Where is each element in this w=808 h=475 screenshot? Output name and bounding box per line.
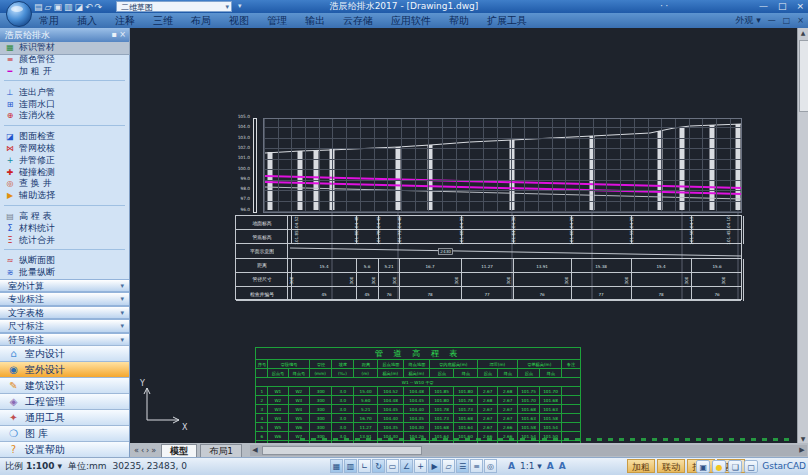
quick-select-icon[interactable]: ▶ <box>428 459 441 473</box>
tab-nav-arrows[interactable]: «‹›» <box>134 446 158 455</box>
palette-tool[interactable]: ◎查 换 井 <box>0 178 129 190</box>
palette-tool[interactable]: ≈纵断面图 <box>0 255 129 267</box>
doc-minimize-button[interactable]: — <box>768 16 776 25</box>
ortho-icon[interactable]: ∟ <box>358 459 371 473</box>
palette-tool[interactable]: ▦标识管材 <box>0 42 129 54</box>
vertical-scrollbar[interactable]: ▲ ▼ <box>797 28 808 443</box>
tool-icon: ◪ <box>4 132 16 141</box>
palette-group-尺寸标注[interactable]: 尺寸标注▾ <box>0 319 129 333</box>
palette-pin-icon[interactable]: ▪ <box>111 30 116 39</box>
scale-dropdown[interactable]: 比例 1:100 ▾ <box>5 458 62 475</box>
palette-group-文字表格[interactable]: 文字表格▾ <box>0 306 129 320</box>
ribbon-tab-管理[interactable]: 管理 <box>258 13 296 28</box>
palette-tool[interactable]: Σ材料统计 <box>0 222 129 234</box>
palette-tool[interactable]: ✚碰撞检测 <box>0 166 129 178</box>
nav-建筑设计[interactable]: ✎建筑设计 <box>0 377 129 393</box>
clean-screen-icon[interactable]: ▢ <box>744 460 758 473</box>
elevation-label: 97.0 <box>233 197 250 201</box>
scroll-left-icon[interactable]: ◀ <box>250 445 260 456</box>
palette-tool[interactable]: ◪图面检查 <box>0 131 129 143</box>
scroll-down-icon[interactable]: ▼ <box>798 435 808 442</box>
nav-工程管理[interactable]: ◈工程管理 <box>0 393 129 409</box>
palette-title: 浩辰给排水 <box>5 30 50 40</box>
titlebar-extra-icons: · · <box>660 0 668 13</box>
palette-tool[interactable]: ≡颜色管径 <box>0 54 129 66</box>
palette-tool[interactable]: ⊕连消火栓 <box>0 110 129 122</box>
polar-icon[interactable]: ↻ <box>372 459 385 473</box>
ribbon-tab-应用软件[interactable]: 应用软件 <box>382 13 440 28</box>
palette-tool[interactable]: ⊞连雨水口 <box>0 98 129 110</box>
palette-tool[interactable]: ▤高 程 表 <box>0 211 129 223</box>
lock-icon[interactable]: ▣ <box>696 460 710 473</box>
tab-model[interactable]: 模型 <box>161 444 197 457</box>
table-tick <box>571 273 572 287</box>
doc-restore-button[interactable]: □ <box>783 16 791 25</box>
pipe-table-row: 起点号终点号(mm)(‰)(m)标高(m)标高(m)起点终点起点终点起点终点 <box>256 369 581 378</box>
ribbon-tab-云存储[interactable]: 云存储 <box>334 13 382 28</box>
scroll-up-icon[interactable]: ▲ <box>798 29 808 36</box>
ribbon-tab-插入[interactable]: 插入 <box>68 13 106 28</box>
nav-图 库[interactable]: ❍图 库 <box>0 425 129 441</box>
annotation-visibility-icon[interactable]: A <box>547 458 554 475</box>
horizontal-scroll-thumb[interactable] <box>262 446 422 455</box>
otrack-icon[interactable]: ∠ <box>400 459 413 473</box>
tab-layout1[interactable]: 布局1 <box>200 444 242 457</box>
elevation-label: 101.0 <box>233 156 250 160</box>
palette-close-icon[interactable]: × <box>119 30 126 39</box>
appearance-dropdown[interactable]: 外观 ▾ <box>735 14 760 27</box>
doc-close-button[interactable]: × <box>797 16 804 25</box>
lineweight-icon[interactable]: ☰ <box>456 459 469 473</box>
tool-icon: Σ <box>4 224 16 233</box>
ribbon-tab-帮助[interactable]: 帮助 <box>440 13 478 28</box>
profile-vertical-value: 104.15 <box>689 216 694 230</box>
title-bar: ▤▱▣▥◪↶↷ 二维草图 ▾ ▾ 浩辰给排水2017 - [Drawing1.d… <box>0 0 808 13</box>
ribbon-tab-三维[interactable]: 三维 <box>144 13 182 28</box>
selection-cycling-icon[interactable]: ◎ <box>484 459 497 473</box>
horizontal-scrollbar[interactable]: ◀ ▶ <box>250 445 807 456</box>
ribbon-right-controls: 外观 ▾ — □ × <box>735 13 804 28</box>
ribbon-tab-扩展工具[interactable]: 扩展工具 <box>478 13 536 28</box>
palette-tool[interactable]: ━加 粗 开 <box>0 66 129 78</box>
transparency-icon[interactable]: ▱ <box>442 459 455 473</box>
osnap-icon[interactable]: ▭ <box>386 459 399 473</box>
palette-tool[interactable]: Ξ统计合并 <box>0 234 129 246</box>
annotation-autoscale-icon[interactable]: A <box>559 458 566 475</box>
palette-tool[interactable]: +井管修正 <box>0 154 129 166</box>
annotation-scale-icon[interactable]: A <box>508 458 515 475</box>
palette-tool-list: ▦标识管材≡颜色管径━加 粗 开⊥连出户管⊞连雨水口⊕连消火栓◪图面检查⋈管网校… <box>0 42 129 279</box>
palette-tool[interactable]: ▶辅助选择 <box>0 190 129 202</box>
maximize-button[interactable]: □ <box>778 0 787 13</box>
grid-icon[interactable]: ▦ <box>330 459 343 473</box>
palette-tool[interactable]: ≋批量纵断 <box>0 267 129 279</box>
app-logo-icon[interactable] <box>6 1 32 27</box>
nav-通用工具[interactable]: ✦通用工具 <box>0 409 129 425</box>
isolate-objects-icon[interactable]: ❏ <box>728 460 742 473</box>
dyn-ucs-icon[interactable]: ≡ <box>470 459 483 473</box>
palette-tool[interactable]: ⊥连出户管 <box>0 86 129 98</box>
palette-tool[interactable]: ⋈管网校核 <box>0 143 129 155</box>
nav-设置帮助[interactable]: ?设置帮助 <box>0 441 129 457</box>
toggle-联动[interactable]: 联动 <box>657 459 685 473</box>
palette-group-专业标注[interactable]: 专业标注▾ <box>0 292 129 306</box>
lightbulb-icon[interactable]: ● <box>712 460 726 473</box>
close-button[interactable]: × <box>796 0 804 13</box>
dyn-input-icon[interactable]: + <box>414 459 427 473</box>
toggle-加粗[interactable]: 加粗 <box>627 459 655 473</box>
drawing-canvas[interactable]: YX 105.0104.0103.0102.0101.0100.099.098.… <box>130 28 808 443</box>
profile-vertical-value: 101.80 <box>354 231 359 245</box>
annotation-scale-value[interactable]: 1:1 ▾ <box>520 458 542 475</box>
scroll-right-icon[interactable]: ▶ <box>797 445 807 456</box>
divider <box>4 249 125 252</box>
minimize-button[interactable]: — <box>759 0 768 13</box>
ribbon-tab-输出[interactable]: 输出 <box>296 13 334 28</box>
ribbon-tab-布局[interactable]: 布局 <box>182 13 220 28</box>
tool-label: 加 粗 开 <box>19 65 52 78</box>
vertical-scroll-thumb[interactable] <box>799 40 808 112</box>
nav-室内设计[interactable]: ⌂室内设计 <box>0 345 129 361</box>
nav-室外设计[interactable]: ◉室外设计 <box>0 361 129 377</box>
ribbon-tab-常用[interactable]: 常用 <box>30 13 68 28</box>
ribbon-tab-视图[interactable]: 视图 <box>220 13 258 28</box>
snap-icon[interactable]: ▥ <box>344 459 357 473</box>
ribbon-tab-注释[interactable]: 注释 <box>106 13 144 28</box>
palette-group-室外计算[interactable]: 室外计算▾ <box>0 279 129 293</box>
